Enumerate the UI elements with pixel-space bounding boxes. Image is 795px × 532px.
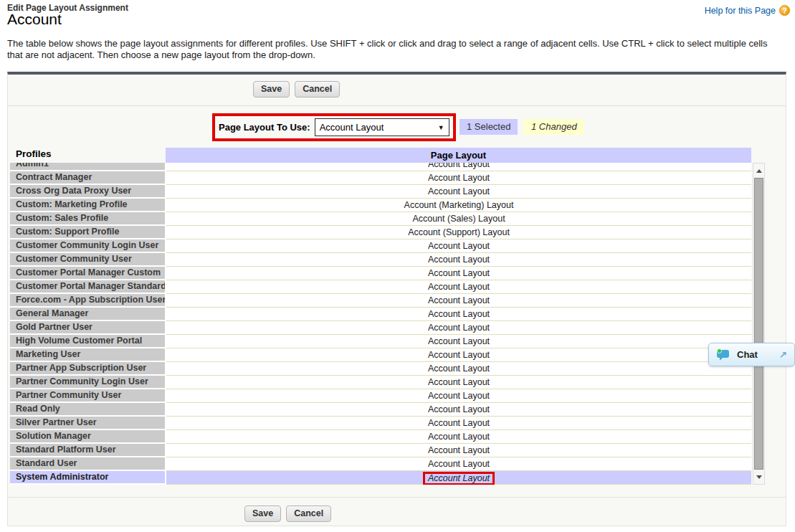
table-row: Custom: Sales ProfileAccount (Sales) Lay…	[10, 212, 751, 226]
page-layout-select[interactable]: Account Layout ▼	[315, 118, 449, 136]
changed-layout-highlight: Account Layout	[423, 472, 495, 485]
layout-cell[interactable]: Account (Support) Layout	[166, 226, 751, 239]
scrollbar-down-button[interactable]	[753, 470, 764, 484]
layout-cell[interactable]: Account Layout	[166, 403, 751, 417]
profile-cell[interactable]: Customer Portal Manager Custom	[10, 267, 165, 279]
profile-cell[interactable]: Customer Community Login User	[10, 239, 165, 252]
layout-cell[interactable]: Account (Marketing) Layout	[166, 199, 751, 212]
divider-bottom	[8, 497, 786, 498]
chat-bubble-icon	[716, 348, 730, 361]
selected-count-badge: 1 Selected	[460, 119, 518, 135]
layout-cell[interactable]: Account Layout	[166, 417, 751, 430]
profile-cell[interactable]: Custom: Marketing Profile	[10, 199, 165, 211]
table-row: General ManagerAccount Layout	[10, 308, 751, 321]
table-row: Cross Org Data Proxy UserAccount Layout	[10, 185, 751, 199]
cancel-button-bottom[interactable]: Cancel	[286, 505, 331, 522]
profile-cell[interactable]: Marketing User	[10, 348, 165, 361]
top-button-row: Save Cancel	[253, 81, 340, 98]
page-title: Account	[7, 11, 62, 28]
profile-cell[interactable]: General Manager	[10, 308, 165, 320]
page-description-line2: that are not adjacent. Then choose a new…	[7, 49, 792, 61]
profile-cell[interactable]: Read Only	[10, 403, 165, 415]
profile-cell[interactable]: Solution Manager	[10, 430, 165, 442]
layout-cell[interactable]: Account Layout	[166, 308, 751, 321]
scrollbar-up-button[interactable]	[753, 163, 764, 178]
scroll-down-arrow-icon	[756, 475, 762, 479]
profile-cell[interactable]: Standard User	[10, 457, 165, 470]
layout-cell[interactable]: Account Layout	[166, 457, 751, 471]
layout-cell[interactable]: Account Layout	[166, 253, 751, 267]
table-row: Custom: Support ProfileAccount (Support)…	[10, 226, 751, 239]
layout-cell[interactable]: Account Layout	[166, 185, 751, 199]
layout-cell[interactable]: Account Layout	[166, 239, 751, 253]
changed-count-badge: 1 Changed	[524, 119, 584, 135]
layout-cell[interactable]: Account Layout	[166, 280, 751, 294]
scroll-up-arrow-icon	[756, 169, 762, 173]
profile-cell[interactable]: Custom: Sales Profile	[10, 212, 165, 224]
help-area: Help for this Page ?	[705, 5, 790, 16]
table-row: Custom: Marketing ProfileAccount (Market…	[10, 199, 751, 212]
chat-popout-arrow-icon: ↗	[779, 349, 787, 360]
layout-cell[interactable]: Account Layout	[166, 430, 751, 444]
layout-cell[interactable]: Account Layout	[166, 163, 751, 171]
bottom-button-row: Save Cancel	[244, 505, 331, 522]
table-row: Solution ManagerAccount Layout	[10, 430, 751, 444]
profile-cell[interactable]: Partner Community User	[10, 389, 165, 402]
profiles-column-header: Profiles	[16, 148, 52, 159]
layout-cell[interactable]: Account Layout	[166, 362, 751, 376]
cancel-button-top[interactable]: Cancel	[295, 81, 340, 98]
help-question-icon[interactable]: ?	[779, 5, 790, 16]
page-description: The table below shows the page layout as…	[7, 38, 792, 61]
profile-cell[interactable]: Contract Manager	[10, 171, 165, 184]
table-row: Customer Portal Manager StandardAccount …	[10, 280, 751, 294]
table-row: High Volume Customer PortalAccount Layou…	[10, 335, 751, 348]
table-row: Gold Partner UserAccount Layout	[10, 321, 751, 335]
layout-cell[interactable]: Account Layout	[166, 171, 751, 185]
layout-cell[interactable]: Account Layout	[166, 376, 751, 389]
table-row: Partner App Subscription UserAccount Lay…	[10, 362, 751, 376]
table-row: Marketing UserAccount Layout	[10, 348, 751, 362]
layout-cell[interactable]: Account Layout	[166, 471, 751, 485]
table-row: Contract ManagerAccount Layout	[10, 171, 751, 185]
layout-cell[interactable]: Account Layout	[166, 267, 751, 280]
save-button-top[interactable]: Save	[253, 81, 290, 98]
layout-cell[interactable]: Account (Sales) Layout	[166, 212, 751, 226]
save-button-bottom[interactable]: Save	[244, 505, 281, 522]
profile-cell[interactable]: Standard Platform User	[10, 444, 165, 456]
profile-cell[interactable]: High Volume Customer Portal	[10, 335, 165, 347]
layout-cell[interactable]: Account Layout	[166, 335, 751, 348]
layout-select-label: Page Layout To Use:	[219, 122, 310, 133]
table-scrollbar[interactable]	[753, 163, 765, 485]
profile-cell[interactable]: Cross Org Data Proxy User	[10, 185, 165, 197]
profile-cell[interactable]: Admin1	[10, 163, 165, 170]
profile-cell[interactable]: Force.com - App Subscription User	[10, 294, 165, 306]
profile-cell[interactable]: System Administrator	[10, 471, 165, 483]
select-dropdown-arrow-icon: ▼	[438, 119, 444, 136]
layout-cell[interactable]: Account Layout	[166, 444, 751, 457]
layout-cell[interactable]: Account Layout	[166, 389, 751, 403]
table-row: System AdministratorAccount Layout	[10, 471, 751, 485]
profile-table-viewport: Admin1Account LayoutContract ManagerAcco…	[10, 163, 751, 485]
table-row: Customer Community UserAccount Layout	[10, 253, 751, 267]
table-row: Partner Community Login UserAccount Layo…	[10, 376, 751, 389]
profile-cell[interactable]: Partner App Subscription User	[10, 362, 165, 374]
layout-cell[interactable]: Account Layout	[166, 294, 751, 308]
profile-cell[interactable]: Partner Community Login User	[10, 376, 165, 388]
profile-cell[interactable]: Customer Community User	[10, 253, 165, 265]
profile-cell[interactable]: Silver Partner User	[10, 417, 165, 429]
table-row: Partner Community UserAccount Layout	[10, 389, 751, 403]
divider-top	[8, 105, 786, 106]
chat-widget[interactable]: Chat ↗	[708, 343, 795, 366]
scrollbar-thumb[interactable]	[754, 178, 763, 470]
table-row: Customer Community Login UserAccount Lay…	[10, 239, 751, 253]
profile-cell[interactable]: Customer Portal Manager Standard	[10, 280, 165, 293]
page-description-line1: The table below shows the page layout as…	[7, 38, 792, 49]
layout-select-highlight-box: Page Layout To Use: Account Layout ▼	[212, 113, 456, 141]
profile-cell[interactable]: Custom: Support Profile	[10, 226, 165, 238]
help-link[interactable]: Help for this Page	[705, 6, 776, 16]
layout-cell[interactable]: Account Layout	[166, 348, 751, 362]
table-row: Standard Platform UserAccount Layout	[10, 444, 751, 457]
page-layout-column-header: Page Layout	[166, 148, 751, 163]
layout-cell[interactable]: Account Layout	[166, 321, 751, 335]
profile-cell[interactable]: Gold Partner User	[10, 321, 165, 333]
